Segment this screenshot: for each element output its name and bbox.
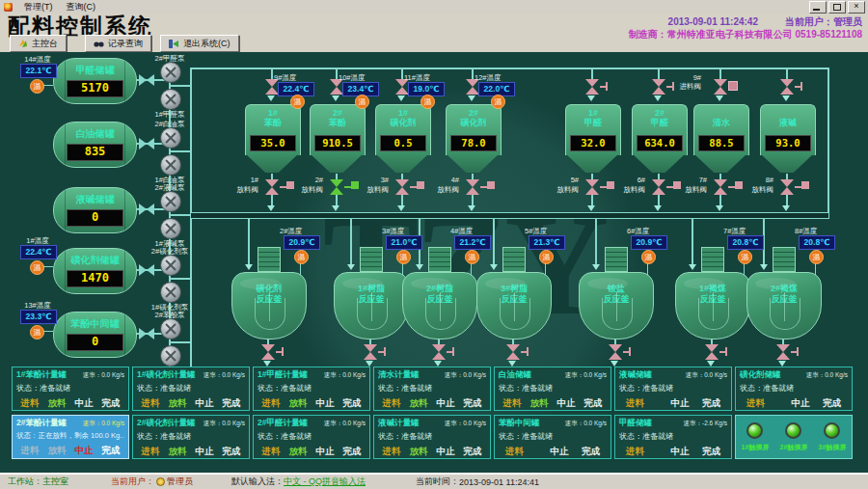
panel-button[interactable]: 进料 — [142, 397, 160, 410]
panel-button[interactable]: 进料 — [21, 397, 40, 410]
panel-button[interactable]: 中止 — [196, 446, 214, 458]
panel-button[interactable]: 完成 — [464, 446, 482, 458]
panel-button[interactable]: 进料 — [746, 397, 765, 410]
reactor-outlet-valve[interactable] — [776, 344, 790, 360]
record-query-button[interactable]: 记录查询 — [85, 35, 151, 52]
panel-button[interactable]: 进料 — [503, 397, 522, 410]
hopper-funnel — [693, 154, 747, 174]
agitator-motor — [701, 247, 724, 272]
feed-valve[interactable] — [652, 79, 665, 95]
agitator-icon — [500, 298, 530, 330]
panel-button[interactable]: 进料 — [262, 446, 281, 458]
panel-button[interactable]: 完成 — [223, 446, 241, 458]
panel-button[interactable]: 中止 — [75, 445, 94, 457]
temperature-dot-icon: 温 — [355, 95, 369, 109]
tank-level-display: 0 — [67, 209, 123, 227]
reactor-outlet-valve[interactable] — [364, 344, 377, 360]
panel-button[interactable]: 完成 — [343, 397, 362, 410]
panel-button[interactable]: 进料 — [626, 446, 644, 458]
valve-handle — [606, 82, 608, 91]
discharge-valve[interactable] — [780, 179, 794, 195]
reactor-outlet-valve[interactable] — [705, 344, 719, 360]
panel-button[interactable]: 放料 — [48, 445, 67, 457]
panel-button[interactable]: 中止 — [791, 397, 809, 410]
led-label: 1#触摸屏 — [742, 443, 770, 452]
discharge-valve-label: 放料阀 — [737, 185, 773, 194]
hopper-number: 2# — [311, 108, 365, 118]
hopper-weight-display: 634.0 — [637, 135, 683, 151]
panel-button[interactable]: 进料 — [626, 397, 644, 410]
reactor-outlet-valve[interactable] — [261, 344, 275, 360]
panel-button[interactable]: 完成 — [823, 397, 841, 410]
discharge-valve[interactable] — [395, 179, 409, 195]
panel-button[interactable]: 进料 — [142, 446, 160, 458]
panel-button[interactable]: 放料 — [48, 397, 67, 410]
reactor-outlet-valve[interactable] — [432, 344, 446, 360]
tank-outlet-valve[interactable] — [139, 74, 154, 86]
feed-valve[interactable] — [585, 79, 599, 95]
restore-icon[interactable] — [828, 1, 846, 14]
metering-hopper: 清水88.5 — [693, 104, 749, 155]
panel-button[interactable]: 中止 — [670, 397, 689, 410]
reactor-vessel: 2#褐煤反应釜 — [746, 272, 822, 340]
panel-button[interactable]: 进料 — [505, 446, 524, 458]
panel-button[interactable]: 放料 — [410, 446, 428, 458]
panel-button[interactable]: 放料 — [169, 397, 187, 410]
panel-button[interactable]: 中止 — [557, 397, 576, 410]
panel-button[interactable]: 放料 — [530, 397, 549, 410]
panel-button[interactable]: 放料 — [410, 397, 428, 410]
panel-button[interactable]: 完成 — [584, 397, 603, 410]
panel-button[interactable]: 完成 — [582, 446, 600, 458]
discharge-valve[interactable] — [714, 179, 727, 195]
panel-title: 甲醛储罐 — [619, 418, 652, 429]
panel-button[interactable]: 中止 — [316, 397, 335, 410]
tank-outlet-valve[interactable] — [139, 264, 154, 276]
panel-button[interactable]: 进料 — [21, 445, 40, 457]
panel-button[interactable]: 中止 — [316, 446, 335, 458]
close-icon[interactable]: × — [848, 1, 865, 14]
temperature-badge: 23.3℃ — [20, 310, 57, 324]
discharge-valve-number: 4# — [428, 176, 459, 184]
tank-outlet-valve[interactable] — [139, 328, 154, 340]
panel-status: 状态：准备就绪 — [499, 431, 607, 442]
panel-button[interactable]: 中止 — [437, 397, 455, 410]
panel-button[interactable]: 放料 — [169, 446, 187, 458]
panel-button[interactable]: 中止 — [75, 397, 94, 410]
panel-button[interactable]: 进料 — [383, 397, 401, 410]
tank-level-display: 835 — [67, 144, 123, 161]
hopper-funnel — [632, 154, 686, 174]
panel-button[interactable]: 完成 — [464, 397, 482, 410]
panel-button[interactable]: 中止 — [550, 446, 568, 458]
ime-link[interactable]: 中文 - QQ拼音输入法 — [284, 475, 366, 488]
discharge-valve-number: 1# — [228, 176, 258, 184]
panel-button[interactable]: 进料 — [383, 446, 401, 458]
panel-button[interactable]: 放料 — [289, 446, 308, 458]
main-console-button[interactable]: 主控台 — [10, 35, 67, 52]
feed-valve[interactable] — [780, 79, 794, 95]
tank-outlet-valve[interactable] — [139, 204, 154, 215]
panel-button[interactable]: 放料 — [289, 397, 308, 410]
discharge-valve[interactable] — [466, 179, 479, 195]
panel-button[interactable]: 完成 — [223, 397, 241, 410]
panel-button[interactable]: 进料 — [262, 397, 281, 410]
panel-button[interactable]: 完成 — [102, 397, 121, 410]
tank-outlet-valve[interactable] — [139, 138, 154, 149]
process-diagram: TZY 甲醛储罐5170白油储罐835液碱储罐0磺化剂储罐1470苯酚中间罐01… — [0, 52, 868, 473]
reactor-outlet-valve[interactable] — [609, 344, 622, 360]
minimize-icon[interactable] — [809, 1, 827, 14]
panel-button[interactable]: 完成 — [702, 397, 720, 410]
discharge-valve[interactable] — [585, 179, 599, 195]
feed-valve[interactable] — [714, 79, 727, 95]
panel-button[interactable]: 完成 — [343, 446, 362, 458]
reactor-outlet-valve[interactable] — [506, 344, 520, 360]
panel-button[interactable]: 中止 — [196, 397, 214, 410]
exit-system-button[interactable]: 退出系统(C) — [160, 35, 239, 52]
panel-status: 状态：准备就绪 — [258, 383, 366, 394]
discharge-valve[interactable] — [265, 179, 279, 195]
panel-button[interactable]: 完成 — [702, 446, 720, 458]
discharge-valve[interactable] — [330, 179, 343, 195]
panel-button[interactable]: 完成 — [102, 445, 121, 457]
panel-button[interactable]: 中止 — [670, 446, 689, 458]
discharge-valve[interactable] — [652, 179, 665, 195]
panel-button[interactable]: 中止 — [437, 446, 455, 458]
